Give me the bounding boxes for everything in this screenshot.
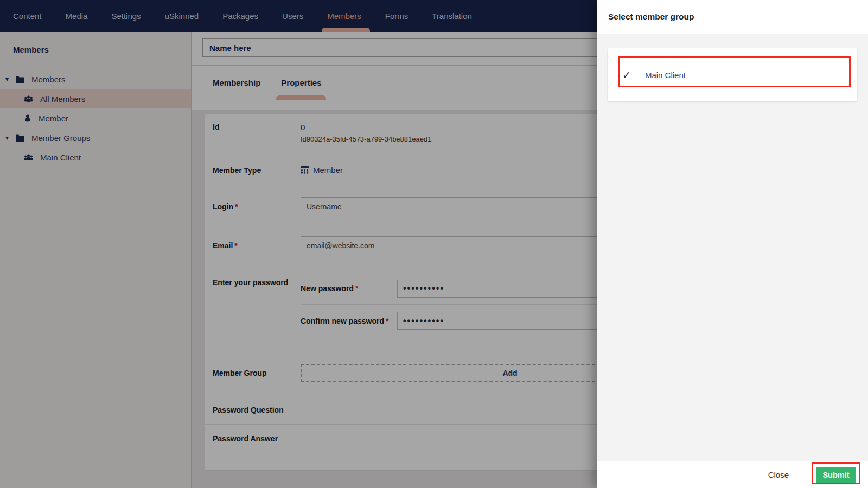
option-main-client[interactable]: ✓ Main Client: [608, 70, 857, 80]
close-button[interactable]: Close: [768, 470, 789, 479]
app-window: Content Media Settings uSkinned Packages…: [0, 0, 868, 488]
panel-title: Select member group: [608, 12, 694, 22]
member-group-option-card: ✓ Main Client: [608, 48, 857, 101]
option-label: Main Client: [645, 70, 686, 80]
submit-button[interactable]: Submit: [816, 467, 856, 483]
panel-header: Select member group: [597, 0, 868, 34]
select-member-group-panel: Select member group ✓ Main Client Close …: [597, 0, 868, 488]
panel-body: ✓ Main Client: [597, 34, 868, 461]
checkmark-icon: ✓: [622, 70, 631, 80]
panel-footer: Close Submit: [597, 461, 868, 488]
